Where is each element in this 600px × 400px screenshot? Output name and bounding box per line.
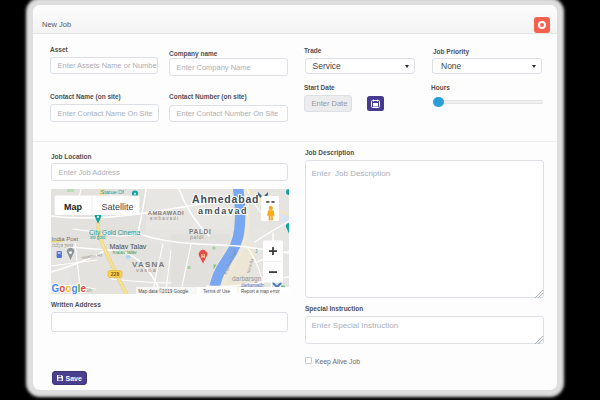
svg-text:indiya post: indiya post: [52, 242, 74, 247]
svg-text:Satellite: Satellite: [101, 202, 133, 212]
svg-text:Google: Google: [52, 282, 87, 293]
svg-text:malav talav: malav talav: [113, 249, 138, 254]
svg-text:Terms of Use: Terms of Use: [203, 288, 231, 293]
svg-text:Map: Map: [64, 202, 83, 212]
svg-text:India Post: India Post: [52, 235, 79, 241]
svg-text:paldi: paldi: [190, 234, 204, 240]
svg-text:amdavad: amdavad: [198, 206, 248, 216]
svg-text:ambavadi: ambavadi: [150, 216, 180, 221]
svg-text:darbarsgn: darbarsgn: [232, 274, 262, 282]
svg-text:H: H: [201, 253, 205, 259]
svg-text:228: 228: [111, 271, 120, 277]
svg-text:Map data ©2019 Google: Map data ©2019 Google: [138, 287, 189, 293]
svg-text:Ahmedabad: Ahmedabad: [192, 193, 259, 205]
svg-text:vasna: vasna: [136, 266, 157, 272]
svg-text:J: J: [255, 249, 257, 254]
svg-text:Report a map error: Report a map error: [241, 288, 280, 293]
svg-text:siti gold: siti gold: [90, 234, 106, 239]
svg-text:Statue Of: Statue Of: [101, 189, 125, 195]
